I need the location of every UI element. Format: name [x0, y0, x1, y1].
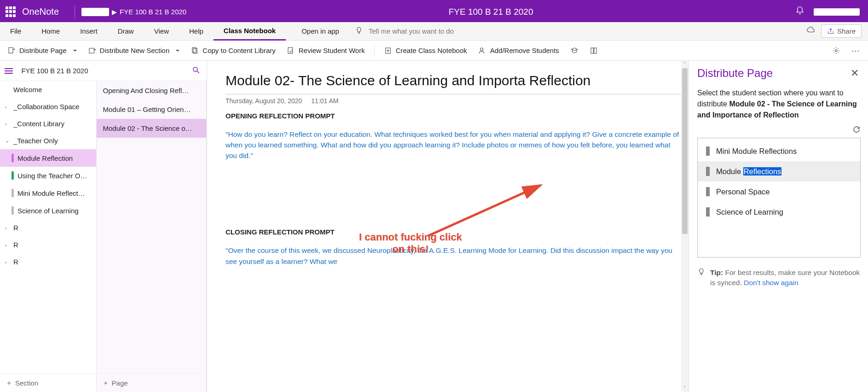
section-teacher-only[interactable]: ⌄ _Teacher Only: [0, 132, 96, 149]
search-icon[interactable]: [192, 66, 200, 76]
lightbulb-icon: [355, 26, 363, 36]
scroll-track[interactable]: [681, 68, 689, 385]
app-launcher-icon[interactable]: [6, 6, 17, 18]
dest-label: Personal Space: [716, 187, 770, 196]
add-section-label: Section: [15, 379, 38, 387]
chevron-right-icon[interactable]: ›: [5, 121, 10, 127]
dest-module-reflections[interactable]: Module Reflections: [698, 161, 860, 181]
title-underline: [226, 94, 681, 94]
section-module-reflection[interactable]: Module Reflection: [0, 149, 96, 167]
navigation-header: FYE 100 B 21 B 2020: [0, 61, 207, 81]
title-bar: OneNote ▶ FYE 100 B 21 B 2020 FYE 100 B …: [0, 0, 868, 22]
tab-help[interactable]: Help: [179, 23, 214, 40]
section-using-teacher[interactable]: Using the Teacher O…: [0, 167, 96, 184]
tip-dont-show-link[interactable]: Don't show again: [744, 279, 798, 287]
dest-label: Mini Module Reflections: [716, 147, 797, 156]
chevron-down-icon[interactable]: ⌄: [5, 138, 10, 144]
section-student-2[interactable]: › R: [0, 236, 96, 253]
account-name-redacted[interactable]: [814, 8, 860, 16]
page-module-01[interactable]: Module 01 – Getting Orien…: [97, 100, 206, 119]
tab-view[interactable]: View: [144, 23, 179, 40]
share-button[interactable]: Share: [821, 24, 862, 38]
tab-insert[interactable]: Insert: [70, 23, 108, 40]
add-page-label: Page: [112, 379, 128, 387]
ribbon-commands: Distribute Page Distribute New Section C…: [0, 41, 868, 61]
lightbulb-icon: [697, 268, 706, 288]
title-divider: [75, 5, 75, 19]
section-color-icon: [12, 171, 14, 180]
sync-status-icon[interactable]: [806, 26, 815, 36]
create-classnb-label: Create Class Notebook: [396, 47, 467, 54]
page-title[interactable]: Module 02- The Science of Learning and I…: [226, 72, 681, 89]
manage-notebooks-button[interactable]: [585, 44, 602, 58]
chevron-right-icon: ▶: [112, 8, 117, 16]
close-icon[interactable]: ✕: [849, 65, 861, 81]
dest-science-learning[interactable]: Science of Learning: [698, 202, 860, 222]
professional-development-button[interactable]: [566, 44, 583, 58]
scroll-up-icon[interactable]: ˆ: [681, 61, 689, 68]
chevron-right-icon[interactable]: ›: [5, 225, 10, 231]
svg-line-11: [197, 71, 199, 73]
scroll-down-icon[interactable]: ˇ: [681, 385, 689, 392]
notebook-name[interactable]: FYE 100 B 21 B 2020: [17, 67, 92, 75]
closing-prompt-text[interactable]: "Over the course of this week, we discus…: [226, 245, 681, 267]
notifications-icon[interactable]: [795, 6, 804, 18]
add-page-button[interactable]: ＋ Page: [97, 374, 206, 392]
vertical-scrollbar[interactable]: ˆ ˇ: [681, 61, 689, 392]
chevron-right-icon[interactable]: ›: [5, 104, 10, 110]
svg-point-9: [835, 49, 838, 52]
distribute-page-button[interactable]: Distribute Page: [3, 44, 81, 58]
section-welcome[interactable]: Welcome: [0, 81, 96, 98]
breadcrumb-owner-redacted: [81, 8, 109, 16]
review-student-work-button[interactable]: Review Student Work: [282, 44, 370, 58]
page-meta: Thursday, August 20, 2020 11:01 AM: [226, 97, 681, 105]
section-content-library[interactable]: › _Content Library: [0, 115, 96, 132]
scroll-thumb[interactable]: [682, 68, 688, 234]
tab-draw[interactable]: Draw: [108, 23, 144, 40]
settings-icon[interactable]: [827, 44, 845, 58]
distribute-page-label: Distribute Page: [19, 47, 67, 54]
page-list: Opening And Closing Refl… Module 01 – Ge…: [97, 81, 207, 392]
section-collaboration-space[interactable]: › _Collaboration Space: [0, 98, 96, 115]
page-canvas[interactable]: Module 02- The Science of Learning and I…: [207, 61, 681, 392]
section-color-icon: [12, 189, 14, 197]
tab-home[interactable]: Home: [31, 23, 70, 40]
create-class-notebook-button[interactable]: Create Class Notebook: [379, 44, 472, 58]
svg-point-6: [480, 48, 483, 51]
tab-class-notebook[interactable]: Class Notebook: [214, 22, 286, 41]
svg-rect-1: [89, 48, 94, 53]
page-canvas-area: Module 02- The Science of Learning and I…: [207, 61, 689, 392]
distribute-new-section-button[interactable]: Distribute New Section: [83, 44, 185, 58]
breadcrumb-notebook[interactable]: FYE 100 B 21 B 2020: [120, 8, 186, 16]
section-color-icon: [12, 154, 14, 162]
section-student-1[interactable]: › R: [0, 219, 96, 236]
refresh-icon[interactable]: [852, 128, 861, 135]
nav-toggle-icon[interactable]: [5, 68, 13, 74]
tip-label: Tip:: [710, 269, 723, 276]
dest-personal-space[interactable]: Personal Space: [698, 181, 860, 202]
page-module-02[interactable]: Module 02 - The Science o…: [97, 119, 206, 138]
more-commands-icon[interactable]: ⋯: [847, 43, 865, 59]
pane-tip: Tip: For best results, make sure your No…: [697, 268, 861, 288]
breadcrumb[interactable]: ▶ FYE 100 B 21 B 2020: [81, 8, 186, 16]
section-mini-module[interactable]: Mini Module Reflect…: [0, 184, 96, 202]
add-remove-students-button[interactable]: Add/Remove Students: [474, 44, 564, 58]
page-date: Thursday, August 20, 2020: [226, 97, 302, 105]
dest-label: Science of Learning: [716, 208, 783, 216]
section-science-learning[interactable]: Science of Learning: [0, 202, 96, 219]
document-title[interactable]: FYE 100 B 21 B 2020: [186, 7, 795, 17]
page-opening-closing[interactable]: Opening And Closing Refl…: [97, 81, 206, 100]
dest-mini-module[interactable]: Mini Module Reflections: [698, 141, 860, 161]
open-in-app-button[interactable]: Open in app: [295, 23, 346, 40]
tab-file[interactable]: File: [0, 23, 31, 40]
opening-prompt-text[interactable]: "How do you learn? Reflect on your educa…: [226, 129, 681, 161]
chevron-right-icon[interactable]: ›: [5, 259, 10, 265]
add-section-button[interactable]: ＋ Section: [0, 374, 96, 392]
chevron-right-icon[interactable]: ›: [5, 242, 10, 248]
destination-section-list: Mini Module Reflections Module Reflectio…: [697, 138, 861, 257]
svg-rect-8: [594, 48, 596, 53]
copy-to-content-library-button[interactable]: Copy to Content Library: [186, 44, 280, 58]
section-student-3[interactable]: › R: [0, 253, 96, 270]
addremove-students-label: Add/Remove Students: [490, 47, 559, 54]
tell-me-input[interactable]: [369, 27, 507, 35]
